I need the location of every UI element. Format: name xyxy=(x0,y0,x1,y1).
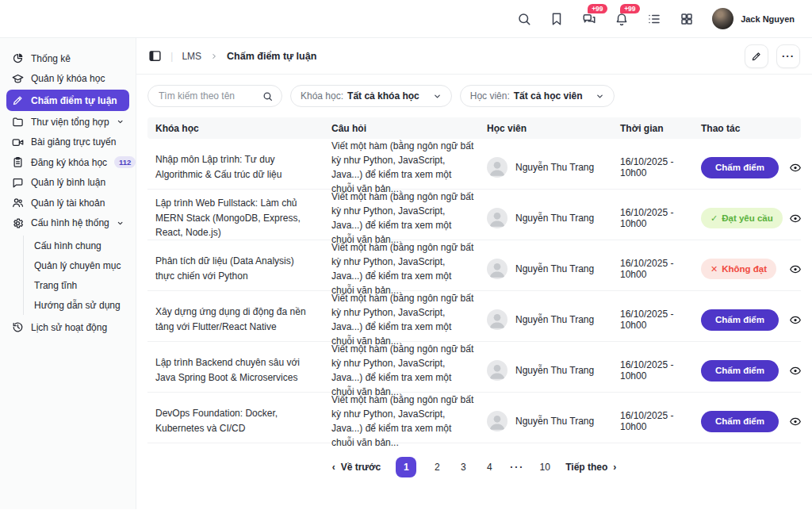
sidebar-item[interactable]: Bài giảng trực tuyến xyxy=(6,132,129,153)
list-icon[interactable] xyxy=(647,12,661,26)
avatar xyxy=(487,259,508,279)
sidebar-item[interactable]: Chấm điểm tự luận xyxy=(6,90,129,111)
user-menu[interactable]: Jack Nguyen xyxy=(712,8,795,29)
action-cell: Chấm điểm xyxy=(701,411,788,432)
course-filter-label: Khóa học: xyxy=(301,90,343,102)
course-name: Lập trình Web Fullstack: Làm chủ MERN St… xyxy=(155,196,331,240)
table-row: Nhập môn Lập trình: Tư duy Algorithmic &… xyxy=(147,139,801,190)
sidebar-subitem[interactable]: Hướng dẫn sử dụng xyxy=(24,295,136,315)
page-number[interactable]: 3 xyxy=(458,462,469,473)
view-icon[interactable] xyxy=(788,213,802,224)
x-icon: ✕ xyxy=(710,264,718,274)
search-box xyxy=(147,85,282,107)
chevron-down-icon xyxy=(596,92,604,101)
bell-icon[interactable]: +99 xyxy=(615,12,629,26)
student-name: Nguyễn Thu Trang xyxy=(515,314,594,325)
sidebar-item[interactable]: Đăng ký khóa học112 xyxy=(6,152,129,173)
bookmark-icon[interactable] xyxy=(550,12,564,26)
view-icon[interactable] xyxy=(788,365,802,377)
avatar xyxy=(712,8,733,29)
search-input[interactable] xyxy=(159,90,258,102)
ellipsis-icon: ··· xyxy=(782,51,795,61)
count-badge: 112 xyxy=(114,156,136,168)
page-number[interactable]: 1 xyxy=(396,457,416,477)
chevron-right-icon xyxy=(210,52,218,60)
sidebar-item[interactable]: Thống kê xyxy=(6,48,129,69)
avatar xyxy=(487,208,508,228)
breadcrumb-bar: | LMS Chấm điểm tự luận ··· xyxy=(136,38,812,75)
student-filter-select[interactable]: Học viên: Tất cả học viên xyxy=(460,85,615,107)
main-panel: | LMS Chấm điểm tự luận ··· xyxy=(136,38,812,509)
sidebar-item[interactable]: Lịch sử hoạt động xyxy=(6,317,129,338)
sidebar-item-label: Quản lý tài khoản xyxy=(31,197,105,209)
student-name: Nguyễn Thu Trang xyxy=(515,162,594,173)
sidebar-item[interactable]: Quản lý khóa học xyxy=(6,69,129,90)
folder-icon xyxy=(12,116,24,128)
sidebar-toggle-icon[interactable] xyxy=(148,49,162,63)
course-name: Nhập môn Lập trình: Tư duy Algorithmic &… xyxy=(155,152,331,182)
avatar xyxy=(487,157,508,178)
avatar xyxy=(487,411,508,431)
student-name: Nguyễn Thu Trang xyxy=(515,263,594,274)
view-icon[interactable] xyxy=(788,416,802,428)
check-icon: ✓ xyxy=(710,213,718,224)
view-icon[interactable] xyxy=(788,162,802,174)
grade-button[interactable]: Chấm điểm xyxy=(701,309,779,331)
sidebar-item[interactable]: Thư viện tổng hợp xyxy=(6,112,129,132)
grade-button[interactable]: Chấm điểm xyxy=(701,157,779,178)
sidebar-subitem[interactable]: Quản lý chuyên mục xyxy=(24,255,136,275)
student-cell: Nguyễn Thu Trang xyxy=(487,259,620,279)
chat-icon[interactable]: +99 xyxy=(582,12,596,26)
view-icon[interactable] xyxy=(788,263,802,275)
status-badge-pass: ✓Đạt yêu cầu xyxy=(701,208,783,228)
breadcrumb-root[interactable]: LMS xyxy=(182,51,201,62)
gear-icon xyxy=(12,217,24,229)
sidebar-subitem[interactable]: Trang tĩnh xyxy=(24,275,136,295)
search-icon[interactable] xyxy=(517,12,531,26)
sidebar-item[interactable]: Quản lý bình luận xyxy=(6,173,129,194)
next-page-button[interactable]: Tiếp theo › xyxy=(565,462,616,473)
avatar xyxy=(487,360,508,381)
student-cell: Nguyễn Thu Trang xyxy=(487,411,620,431)
search-icon xyxy=(262,91,273,102)
grid-icon[interactable] xyxy=(680,12,694,26)
student-name: Nguyễn Thu Trang xyxy=(515,416,594,427)
sidebar-subitem[interactable]: Cấu hình chung xyxy=(24,236,136,255)
course-filter-value: Tất cả khóa học xyxy=(347,90,419,102)
chat-badge: +99 xyxy=(588,4,607,14)
sidebar-item-label: Quản lý khóa học xyxy=(31,73,105,84)
sidebar-item-label: Đăng ký khóa học xyxy=(31,157,107,168)
grade-button[interactable]: Chấm điểm xyxy=(701,360,779,382)
page-number[interactable]: 10 xyxy=(539,462,550,473)
course-filter-select[interactable]: Khóa học: Tất cả khóa học xyxy=(290,85,452,107)
comment-icon xyxy=(12,177,24,189)
page-number[interactable]: 4 xyxy=(484,462,495,473)
grade-button[interactable]: Chấm điểm xyxy=(701,411,779,432)
clipboard-icon xyxy=(12,156,24,168)
sidebar-item[interactable]: Cấu hình hệ thống xyxy=(6,213,129,234)
graduation-cap-icon xyxy=(12,73,24,85)
edit-button[interactable] xyxy=(745,44,768,68)
column-header: Câu hỏi xyxy=(331,123,487,134)
view-icon[interactable] xyxy=(788,314,802,326)
question-text: Viết một hàm (bằng ngôn ngữ bất kỳ như P… xyxy=(331,139,487,196)
page-number[interactable]: 2 xyxy=(431,462,442,473)
sidebar-item-label: Lịch sử hoạt động xyxy=(31,322,107,333)
chevron-right-icon: › xyxy=(613,462,616,473)
sidebar-item[interactable]: Quản lý tài khoản xyxy=(6,193,129,213)
table-row: Lập trình Web Fullstack: Làm chủ MERN St… xyxy=(147,190,801,240)
status-badge-fail: ✕Không đạt xyxy=(701,259,776,279)
bell-badge: +99 xyxy=(620,4,639,14)
action-cell: Chấm điểm xyxy=(701,157,788,178)
action-cell: ✕Không đạt xyxy=(701,259,788,279)
page-numbers: 1234···10 xyxy=(396,457,550,477)
prev-page-button[interactable]: ‹ Về trước xyxy=(332,462,381,473)
pagination: ‹ Về trước 1234···10 Tiếp theo › xyxy=(147,457,801,477)
submission-time: 16/10/2025 - 10h00 xyxy=(620,258,701,280)
question-text: Viết một hàm (bằng ngôn ngữ bất kỳ như P… xyxy=(331,291,487,348)
submission-time: 16/10/2025 - 10h00 xyxy=(620,207,701,229)
more-button[interactable]: ··· xyxy=(776,44,800,68)
pie-chart-icon xyxy=(12,52,24,64)
table-body: Nhập môn Lập trình: Tư duy Algorithmic &… xyxy=(147,139,801,443)
course-name: Phân tích dữ liệu (Data Analysis) thực c… xyxy=(155,254,331,283)
